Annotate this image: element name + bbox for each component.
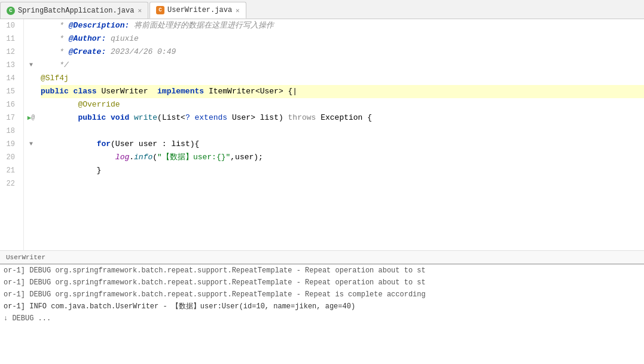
code-line-11: * @Author: qiuxie xyxy=(41,32,644,46)
gutter-13: ▼ xyxy=(24,59,38,72)
code-line-18 xyxy=(41,125,644,138)
console-line-1: or-1] DEBUG org.springframework.batch.re… xyxy=(0,265,644,277)
code-text-11: * @Author: qiuxie xyxy=(41,32,139,46)
tab-spring-label: SpringBatchApplication.java xyxy=(18,7,134,15)
console-line-4: or-1] INFO com.java.batch.UserWriter - 【… xyxy=(0,301,644,313)
code-line-20: log.info("【数据】user:{}",user); xyxy=(41,151,644,164)
gutter-15 xyxy=(24,85,38,98)
code-line-12: * @Create: 2023/4/26 0:49 xyxy=(41,46,644,59)
code-text-13: */ xyxy=(41,59,69,72)
code-content: * @Description: 将前面处理好的数据在这里进行写入操作 * @Au… xyxy=(38,19,644,250)
gutter-17: ▶ @ xyxy=(24,111,38,125)
ln-15: 15 xyxy=(0,85,19,98)
gutter-11 xyxy=(24,32,38,46)
tab-userwriter-close[interactable]: ✕ xyxy=(236,7,240,14)
console-line-2: or-1] DEBUG org.springframework.batch.re… xyxy=(0,277,644,289)
gutter-12 xyxy=(24,46,38,59)
code-text-22 xyxy=(41,177,45,190)
ln-20: 20 xyxy=(0,151,19,164)
console-text-5: ↓ DEBUG ... xyxy=(4,314,51,323)
console-text-1: or-1] DEBUG org.springframework.batch.re… xyxy=(4,266,426,275)
spring-icon: C xyxy=(7,7,15,15)
ln-21: 21 xyxy=(0,164,19,177)
code-line-15: public class UserWriter implements ItemW… xyxy=(41,85,644,98)
code-text-17: public void write(List<? extends User> l… xyxy=(41,111,372,125)
code-line-17: public void write(List<? extends User> l… xyxy=(41,111,644,125)
code-line-21: } xyxy=(41,164,644,177)
ln-17: 17 xyxy=(0,111,19,125)
tab-spring-batch[interactable]: C SpringBatchApplication.java ✕ xyxy=(0,2,148,19)
code-text-14: @Slf4j xyxy=(41,72,69,85)
tab-userwriter-label: UserWriter.java xyxy=(167,6,232,14)
ln-11: 11 xyxy=(0,32,19,46)
gutter-14 xyxy=(24,72,38,85)
code-line-22 xyxy=(41,177,644,190)
console-area: or-1] DEBUG org.springframework.batch.re… xyxy=(0,263,644,364)
ln-18: 18 xyxy=(0,125,19,138)
breadcrumb-text: UserWriter xyxy=(6,254,45,261)
ln-13: 13 xyxy=(0,59,19,72)
tab-userwriter[interactable]: C UserWriter.java ✕ xyxy=(149,2,246,19)
code-editor: 10 11 12 13 14 15 16 17 18 19 20 21 22 ▼ xyxy=(0,19,644,250)
gutter-22 xyxy=(24,177,38,190)
tab-bar: C SpringBatchApplication.java ✕ C UserWr… xyxy=(0,0,644,19)
gutter-21 xyxy=(24,164,38,177)
code-text-20: log.info("【数据】user:{}",user); xyxy=(41,151,263,164)
fold-icon-19[interactable]: ▼ xyxy=(29,138,33,151)
breadcrumb: UserWriter xyxy=(0,250,644,263)
code-text-18 xyxy=(41,125,45,138)
ln-16: 16 xyxy=(0,98,19,111)
gutter-16 xyxy=(24,98,38,111)
code-line-16: @Override xyxy=(41,98,644,111)
code-text-16: @Override xyxy=(41,98,120,111)
editor-area: 10 11 12 13 14 15 16 17 18 19 20 21 22 ▼ xyxy=(0,19,644,263)
bookmark-icon-17[interactable]: @ xyxy=(31,111,35,125)
code-line-13: */ xyxy=(41,59,644,72)
gutter-20 xyxy=(24,151,38,164)
code-line-10: * @Description: 将前面处理好的数据在这里进行写入操作 xyxy=(41,19,644,32)
gutter-19: ▼ xyxy=(24,138,38,151)
code-line-14: @Slf4j xyxy=(41,72,644,85)
code-text-12: * @Create: 2023/4/26 0:49 xyxy=(41,46,176,59)
gutter-18 xyxy=(24,125,38,138)
console-text-4: or-1] INFO com.java.batch.UserWriter - 【… xyxy=(4,302,355,311)
line-numbers: 10 11 12 13 14 15 16 17 18 19 20 21 22 xyxy=(0,19,24,250)
ln-10: 10 xyxy=(0,19,19,32)
gutter-10 xyxy=(24,19,38,32)
fold-icon-13[interactable]: ▼ xyxy=(29,59,33,72)
tab-spring-close[interactable]: ✕ xyxy=(138,7,142,14)
console-line-3: or-1] DEBUG org.springframework.batch.re… xyxy=(0,289,644,301)
console-line-5: ↓ DEBUG ... xyxy=(0,313,644,324)
ln-12: 12 xyxy=(0,46,19,59)
ln-14: 14 xyxy=(0,72,19,85)
gutter: ▼ ▶ @ ▼ xyxy=(24,19,38,250)
code-text-19: for(User user : list){ xyxy=(41,138,199,151)
console-text-3: or-1] DEBUG org.springframework.batch.re… xyxy=(4,290,426,299)
run-icon-17[interactable]: ▶ xyxy=(28,111,32,125)
code-text-15: public class UserWriter implements ItemW… xyxy=(41,85,297,98)
userwriter-icon: C xyxy=(156,6,164,14)
code-text-21: } xyxy=(41,164,101,177)
ln-22: 22 xyxy=(0,177,19,190)
ln-19: 19 xyxy=(0,138,19,151)
code-line-19: for(User user : list){ xyxy=(41,138,644,151)
console-text-2: or-1] DEBUG org.springframework.batch.re… xyxy=(4,278,426,287)
code-text-10: * @Description: 将前面处理好的数据在这里进行写入操作 xyxy=(41,19,274,32)
